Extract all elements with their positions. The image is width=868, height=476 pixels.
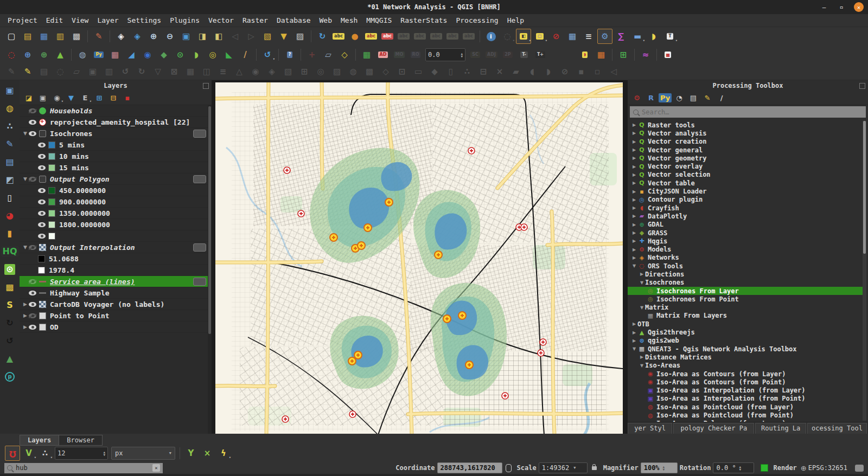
zoom-out-icon[interactable]: ⊖ — [162, 29, 177, 44]
expander-icon[interactable]: ▶ — [631, 181, 637, 185]
expander-icon[interactable]: ▼ — [639, 280, 645, 285]
magnifier-spinner[interactable]: 100%▲▼ — [641, 462, 678, 473]
digitize-tool-8-icon[interactable]: ↻ — [134, 65, 149, 80]
advanced-digitize-ro-icon[interactable]: RO — [408, 47, 423, 62]
chart-widget-icon[interactable]: ▮ — [2, 226, 18, 241]
locator-search-input[interactable]: hub ✕ — [4, 463, 163, 473]
undock-icon[interactable] — [203, 83, 209, 89]
labeling-rule-icon[interactable]: abc — [380, 29, 395, 44]
globe-3d-icon[interactable]: ◉ — [140, 47, 155, 62]
layout-manager-icon[interactable]: ▩ — [69, 29, 84, 44]
virtual-layer-icon[interactable]: ◩ — [2, 172, 18, 188]
mouse-position-icon[interactable] — [506, 464, 512, 472]
visibility-eye-icon[interactable] — [29, 120, 36, 125]
profile-tool-icon[interactable]: ≈ — [638, 47, 653, 62]
algorithm-iso-area-as-pointcloud-from-layer-[interactable]: ◍Iso-Area as Pointcloud (from Layer) — [628, 403, 864, 411]
layer-row-51-0688[interactable]: 51.0688 — [20, 253, 208, 265]
digitize-tool-23-icon[interactable]: ◇ — [378, 65, 393, 80]
zoom-last-icon[interactable]: ◁ — [227, 29, 242, 44]
scale-select[interactable]: 1:49362▼ — [539, 462, 588, 473]
hqgis-icon[interactable]: HQ — [2, 243, 18, 259]
layer-row-15-mins[interactable]: 15 mins — [20, 162, 208, 173]
statistics-abacus-icon[interactable]: ≡ — [581, 29, 596, 44]
expander-icon[interactable]: ▶ — [631, 147, 637, 152]
advanced-digitизе-ad-icon[interactable]: AD — [375, 47, 391, 62]
expander-icon[interactable]: ▶ — [631, 321, 637, 326]
new-print-layout-icon[interactable]: ▥ — [53, 29, 68, 44]
hospital-marker-selected[interactable] — [458, 312, 466, 319]
expander-icon[interactable]: ▶ — [631, 338, 637, 343]
qgis2threejs-icon[interactable]: ▲ — [53, 47, 68, 62]
visibility-eye-icon[interactable] — [29, 325, 36, 330]
layer-row-5-mins[interactable]: 5 mins — [20, 139, 208, 151]
algorithm-distance-matrices[interactable]: ▶Distance Matrices — [628, 353, 864, 361]
digitize-tool-4-icon[interactable]: ▱ — [69, 65, 84, 80]
undo-history-icon[interactable]: ↺▾ — [260, 47, 275, 62]
algorithm-vector-analysis[interactable]: ▶QVector analysis — [628, 129, 864, 137]
tracing-icon[interactable]: ϟ▾ — [216, 446, 231, 461]
menu-layer[interactable]: Layer — [93, 15, 123, 25]
algorithm-iso-area-as-interpolation-from-point-[interactable]: ▣Iso-Area as Interpolation (from Point) — [628, 395, 864, 403]
hospital-marker[interactable] — [540, 339, 546, 345]
label-change-icon[interactable]: abc — [461, 29, 476, 44]
expander-icon[interactable]: ▶ — [631, 189, 637, 194]
algorithm-matrix-from-layers[interactable]: ▦Matrix From Layers — [628, 312, 864, 320]
ors-isochrone-shortcut-icon[interactable]: ◗ — [577, 47, 592, 62]
layer-row-blank[interactable] — [20, 230, 208, 242]
new-geopackage-icon[interactable]: ◍ — [2, 100, 18, 116]
remove-layer-icon[interactable]: ▪ — [121, 92, 134, 105]
digitize-tool-12-icon[interactable]: ◫ — [199, 65, 214, 80]
visibility-eye-icon[interactable] — [29, 245, 36, 250]
text-smaller-icon[interactable]: T- — [516, 47, 532, 62]
hospital-marker[interactable] — [502, 393, 508, 399]
expander-icon[interactable]: ▶ — [631, 197, 637, 202]
measure-icon[interactable]: ▬▾ — [630, 29, 645, 44]
expander-icon[interactable]: ▼ — [22, 131, 29, 136]
expander-icon[interactable]: ▶ — [22, 301, 29, 307]
algorithm-qneat3-qgis-network-analysis-toolbox[interactable]: ▼▦QNEAT3 - Qgis Network Analysis Toolbox — [628, 345, 864, 353]
raster-color-grid-icon[interactable]: ▦ — [107, 47, 123, 62]
digitize-tool-18-icon[interactable]: ⊞ — [297, 65, 312, 80]
build-tool-icon[interactable]: / — [238, 47, 253, 62]
hospital-marker-selected[interactable] — [348, 357, 356, 365]
layer-row-1350-0000000[interactable]: 1350.0000000 — [20, 208, 208, 219]
layer-row-households[interactable]: Households — [20, 105, 208, 117]
streetview-icon[interactable]: S — [2, 297, 18, 313]
hospital-marker[interactable] — [282, 416, 289, 422]
visibility-eye-icon[interactable] — [38, 188, 46, 193]
layer-diagram-icon[interactable]: ● — [347, 29, 362, 44]
expander-icon[interactable]: ▼ — [22, 245, 29, 250]
algorithm-gdal[interactable]: ▶⊕GDAL — [628, 221, 864, 229]
visibility-eye-icon[interactable] — [29, 131, 36, 136]
sld4raster-icon[interactable]: ▦ — [593, 47, 609, 62]
expander-icon[interactable]: ▶ — [631, 131, 637, 136]
algorithm-raster-tools[interactable]: ▶QRaster tools — [628, 121, 864, 129]
render-checkbox[interactable] — [761, 464, 768, 472]
leaflet-tool-icon[interactable]: ◗ — [189, 47, 204, 62]
digitize-tool-36-icon[interactable]: ▫ — [590, 65, 605, 80]
layer-row-reprojected-amenity-hospital-22-[interactable]: reprojected_amenity_hospital [22] — [20, 117, 208, 128]
menu-vector[interactable]: Vector — [204, 15, 238, 25]
snap-units[interactable]: px▼ — [111, 447, 175, 460]
digitize-tool-34-icon[interactable]: ⊘ — [557, 65, 572, 80]
minimize-button[interactable]: – — [819, 2, 829, 12]
layer-row-output-interpolation[interactable]: ▼Output Interpolation — [20, 242, 208, 253]
menu-raster[interactable]: Raster — [238, 15, 272, 25]
add-group-icon[interactable]: ▣ — [36, 92, 49, 105]
text-annotation-icon[interactable]: T▾ — [662, 29, 678, 44]
tab-layers[interactable]: Layers — [20, 435, 59, 446]
visibility-eye-icon[interactable] — [29, 291, 36, 295]
visibility-eye-icon[interactable] — [29, 177, 36, 182]
expander-icon[interactable]: ▶ — [639, 272, 645, 276]
select-by-rectangle-icon[interactable]: ◧▾ — [516, 29, 531, 44]
add-postgis-icon[interactable]: ▤ — [2, 154, 18, 170]
visibility-eye-icon[interactable] — [38, 154, 46, 159]
snap-tolerance[interactable]: 12▲▼ — [55, 447, 108, 460]
expander-icon[interactable]: ▼ — [639, 363, 645, 368]
close-button[interactable]: ✕ — [854, 2, 864, 12]
menu-database[interactable]: Database — [272, 15, 315, 25]
hospital-marker[interactable] — [298, 210, 304, 217]
expander-icon[interactable]: ▶ — [631, 222, 637, 227]
node-tool-icon[interactable]: ◇ — [337, 47, 352, 62]
labeling-single-icon[interactable]: abc — [363, 29, 379, 44]
